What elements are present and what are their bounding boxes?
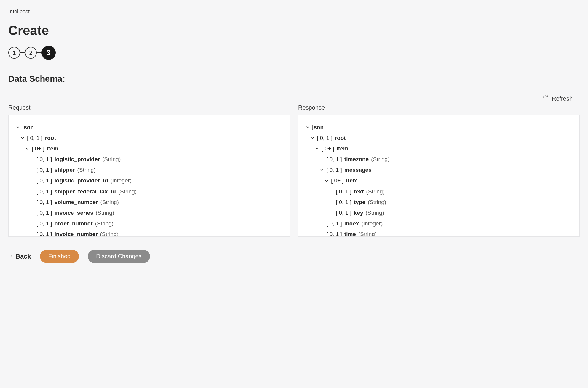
cardinality: [ 0, 1 ] (36, 218, 52, 229)
chevron-down-icon[interactable] (306, 125, 310, 129)
cardinality: [ 0, 1 ] (336, 186, 351, 197)
tree-node[interactable]: [ 0, 1 ] root (306, 133, 572, 143)
refresh-button[interactable]: Refresh (8, 95, 580, 102)
cardinality: [ 0, 1 ] (36, 175, 52, 186)
field-type: (String) (96, 208, 114, 218)
field-name: root (45, 133, 56, 143)
stepper: 1 2 3 (8, 46, 580, 60)
tree-node: [ 0, 1 ] shipper_federal_tax_id (String) (16, 186, 282, 197)
discard-button[interactable]: Discard Changes (88, 250, 150, 263)
field-type: (String) (100, 197, 119, 208)
cardinality: [ 0+ ] (32, 143, 44, 154)
field-name: timezone (344, 154, 369, 165)
step-2[interactable]: 2 (25, 47, 37, 59)
field-name: json (312, 122, 324, 133)
finished-button[interactable]: Finished (40, 250, 79, 263)
field-name: logistic_provider (55, 154, 100, 165)
field-type: (String) (368, 197, 386, 208)
tree-node: [ 0, 1 ] key (String) (306, 208, 572, 218)
chevron-down-icon[interactable] (320, 168, 324, 172)
cardinality: [ 0, 1 ] (317, 133, 333, 143)
field-type: (String) (95, 218, 114, 229)
field-name: logistic_provider_id (55, 175, 108, 186)
tree-node: [ 0, 1 ] timezone (String) (306, 154, 572, 165)
field-name: item (337, 143, 348, 154)
tree-node: [ 0, 1 ] order_number (String) (16, 218, 282, 229)
back-label: Back (15, 253, 31, 260)
field-type: (String) (371, 154, 389, 165)
cardinality: [ 0, 1 ] (36, 229, 52, 237)
chevron-down-icon[interactable] (25, 147, 29, 151)
field-name: shipper_federal_tax_id (55, 186, 116, 197)
cardinality: [ 0, 1 ] (326, 218, 342, 229)
field-type: (String) (358, 229, 377, 237)
refresh-icon (542, 95, 548, 102)
tree-node[interactable]: [ 0+ ] item (16, 143, 282, 154)
breadcrumb[interactable]: Intelipost (8, 9, 30, 15)
field-name: messages (344, 165, 372, 175)
request-label: Request (8, 104, 290, 111)
cardinality: [ 0, 1 ] (36, 186, 52, 197)
step-1[interactable]: 1 (8, 47, 20, 59)
cardinality: [ 0, 1 ] (36, 154, 52, 165)
field-name: item (346, 175, 358, 186)
field-name: type (354, 197, 365, 208)
field-name: item (47, 143, 58, 154)
field-name: volume_number (55, 197, 98, 208)
field-name: time (344, 229, 356, 237)
cardinality: [ 0, 1 ] (36, 197, 52, 208)
refresh-label: Refresh (552, 95, 573, 102)
field-name: root (335, 133, 346, 143)
field-type: (String) (77, 165, 95, 175)
field-type: (String) (100, 229, 119, 237)
tree-node[interactable]: json (16, 122, 282, 133)
cardinality: [ 0, 1 ] (326, 165, 342, 175)
field-type: (Integer) (110, 175, 132, 186)
response-panel: json[ 0, 1 ] root[ 0+ ] item[ 0, 1 ] tim… (298, 115, 580, 237)
tree-node: [ 0, 1 ] shipper (String) (16, 165, 282, 175)
chevron-down-icon[interactable] (315, 147, 319, 151)
response-label: Response (298, 104, 580, 111)
field-name: shipper (55, 165, 75, 175)
field-name: text (354, 186, 364, 197)
cardinality: [ 0, 1 ] (326, 229, 342, 237)
chevron-down-icon[interactable] (310, 136, 314, 140)
response-tree: json[ 0, 1 ] root[ 0+ ] item[ 0, 1 ] tim… (306, 122, 572, 237)
field-name: invoice_series (55, 208, 93, 218)
cardinality: [ 0, 1 ] (27, 133, 43, 143)
back-button[interactable]: 〈 Back (8, 253, 31, 260)
tree-node: [ 0, 1 ] type (String) (306, 197, 572, 208)
cardinality: [ 0, 1 ] (326, 154, 342, 165)
cardinality: [ 0, 1 ] (36, 208, 52, 218)
chevron-down-icon[interactable] (16, 125, 20, 129)
cardinality: [ 0+ ] (331, 175, 344, 186)
step-connector (37, 52, 41, 53)
cardinality: [ 0, 1 ] (336, 208, 351, 218)
cardinality: [ 0, 1 ] (336, 197, 351, 208)
tree-node[interactable]: [ 0, 1 ] root (16, 133, 282, 143)
tree-node[interactable]: json (306, 122, 572, 133)
field-name: index (344, 218, 359, 229)
tree-node: [ 0, 1 ] invoice_number (String) (16, 229, 282, 237)
cardinality: [ 0+ ] (322, 143, 334, 154)
tree-node: [ 0, 1 ] index (Integer) (306, 218, 572, 229)
field-name: invoice_number (55, 229, 98, 237)
chevron-left-icon: 〈 (8, 253, 13, 259)
field-type: (String) (118, 186, 137, 197)
tree-node[interactable]: [ 0, 1 ] messages (306, 165, 572, 175)
tree-node: [ 0, 1 ] time (String) (306, 229, 572, 237)
step-connector (20, 52, 25, 53)
tree-node: [ 0, 1 ] volume_number (String) (16, 197, 282, 208)
chevron-down-icon[interactable] (325, 179, 329, 183)
field-type: (Integer) (361, 218, 383, 229)
page-title: Create (8, 23, 580, 38)
tree-node[interactable]: [ 0+ ] item (306, 175, 572, 186)
tree-node[interactable]: [ 0+ ] item (306, 143, 572, 154)
tree-node: [ 0, 1 ] logistic_provider_id (Integer) (16, 175, 282, 186)
field-type: (String) (102, 154, 121, 165)
field-type: (String) (366, 208, 384, 218)
chevron-down-icon[interactable] (20, 136, 25, 140)
field-type: (String) (366, 186, 385, 197)
cardinality: [ 0, 1 ] (36, 165, 52, 175)
step-3[interactable]: 3 (41, 46, 56, 60)
